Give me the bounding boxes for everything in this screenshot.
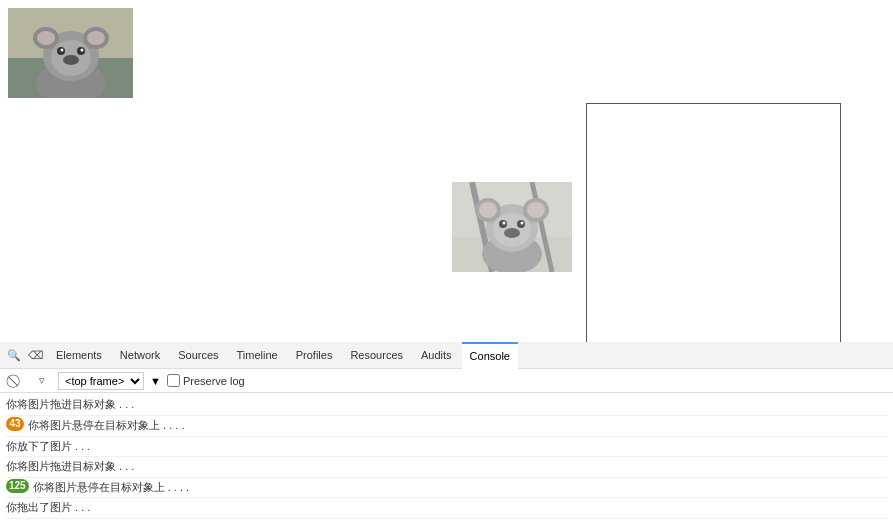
svg-point-29 [521, 222, 524, 225]
filter-icon[interactable]: ▿ [32, 371, 52, 391]
console-line-6: 你拖出了图片 . . . [6, 498, 887, 519]
svg-point-12 [61, 49, 64, 52]
inspect-element-icon[interactable]: 🔍 [4, 345, 24, 365]
koala-dragged-image[interactable] [452, 182, 572, 272]
frame-dropdown-arrow: ▼ [150, 375, 161, 387]
tab-audits[interactable]: Audits [413, 342, 460, 369]
svg-point-21 [479, 202, 497, 218]
frame-selector[interactable]: <top frame> [58, 372, 144, 390]
mobile-icon[interactable]: ⌫ [26, 345, 46, 365]
console-line-2: 43 你将图片悬停在目标对象上 . . . . [6, 416, 887, 437]
koala-source-image[interactable] [8, 8, 133, 98]
console-line-4: 你将图片拖进目标对象 . . . [6, 457, 887, 478]
devtools-tab-bar: 🔍 ⌫ Elements Network Sources Timeline Pr… [0, 342, 893, 369]
svg-point-23 [527, 202, 545, 218]
console-line-3: 你放下了图片 . . . [6, 437, 887, 458]
console-output: 你将图片拖进目标对象 . . . 43 你将图片悬停在目标对象上 . . . .… [0, 393, 893, 521]
console-toolbar: ⃠ ▿ <top frame> ▼ Preserve log [0, 369, 893, 393]
main-content-area [0, 0, 893, 360]
drop-target-box[interactable] [586, 103, 841, 348]
svg-point-9 [63, 55, 79, 65]
tab-console[interactable]: Console [462, 342, 518, 369]
clear-console-icon[interactable]: ⃠ [6, 371, 26, 391]
tab-profiles[interactable]: Profiles [288, 342, 341, 369]
svg-point-7 [87, 31, 105, 45]
svg-point-25 [504, 228, 520, 238]
tab-resources[interactable]: Resources [342, 342, 411, 369]
console-line-5: 125 你将图片悬停在目标对象上 . . . . [6, 478, 887, 499]
svg-point-5 [37, 31, 55, 45]
badge-125: 125 [6, 479, 29, 493]
tab-sources[interactable]: Sources [170, 342, 226, 369]
preserve-log-label[interactable]: Preserve log [167, 374, 245, 387]
badge-43: 43 [6, 417, 24, 431]
svg-point-13 [81, 49, 84, 52]
tab-elements[interactable]: Elements [48, 342, 110, 369]
tab-timeline[interactable]: Timeline [229, 342, 286, 369]
preserve-log-checkbox[interactable] [167, 374, 180, 387]
svg-point-28 [503, 222, 506, 225]
devtools-panel: 🔍 ⌫ Elements Network Sources Timeline Pr… [0, 342, 893, 521]
tab-network[interactable]: Network [112, 342, 168, 369]
console-line-1: 你将图片拖进目标对象 . . . [6, 395, 887, 416]
